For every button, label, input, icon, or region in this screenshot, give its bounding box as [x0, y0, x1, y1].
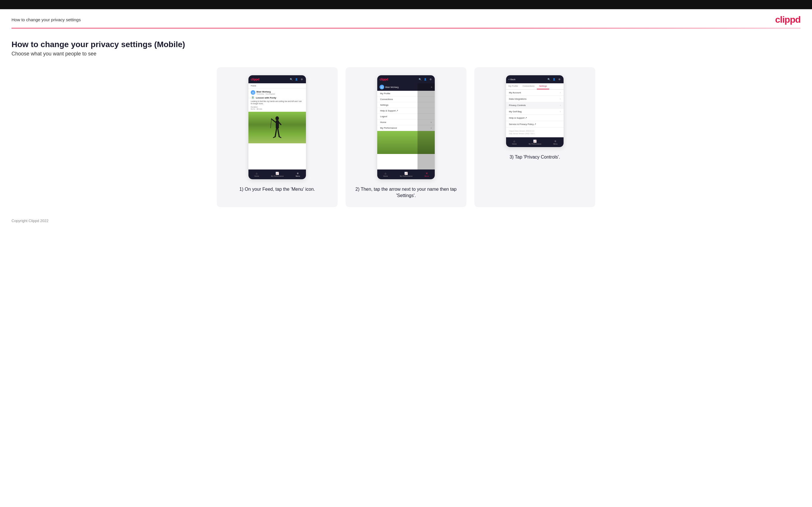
lesson-icon: 🎽	[251, 96, 255, 100]
avatar: B	[251, 90, 255, 95]
settings-icon: ⚙	[300, 77, 304, 81]
search-icon: 🔍	[289, 77, 293, 81]
feed-header: Feed	[248, 83, 306, 89]
chevron-right-icon-3: ›	[560, 104, 561, 107]
svg-point-0	[275, 116, 279, 120]
settings-item-help-support[interactable]: Help & Support ↗	[506, 115, 564, 121]
phone-mockup-2: clippd 🔍 👤 ⚙ B Blair McHarg	[377, 75, 435, 179]
person-icon-2: 👤	[423, 77, 427, 81]
svg-line-2	[271, 119, 276, 122]
chart-icon-2: 📈	[404, 172, 408, 175]
phone-nav-icons-2: 🔍 👤 ⚙	[418, 77, 433, 81]
nav-performance-1: 📈 My Performance	[271, 172, 284, 177]
phone-nav-1: clippd 🔍 👤 ⚙	[248, 75, 306, 83]
phone-logo-1: clippd	[251, 77, 259, 81]
step-3-card: < Back 🔍 👤 ⚙ My Profile Connections Sett…	[474, 67, 595, 207]
phone-body-2: B Blair McHarg ∧ My Profile Connections	[377, 83, 435, 169]
phone-mockup-1: clippd 🔍 👤 ⚙ Feed B	[248, 75, 306, 179]
settings-item-my-golf-bag[interactable]: My Golf Bag ›	[506, 109, 564, 115]
phone-nav-2: clippd 🔍 👤 ⚙	[377, 75, 435, 83]
svg-line-3	[279, 122, 281, 125]
feed-post-header: B Blair McHarg Yesterday · Sunningdale	[251, 90, 304, 95]
lesson-title: Lesson with Fordy	[256, 97, 276, 99]
svg-line-8	[279, 137, 281, 137]
tab-settings[interactable]: Settings	[537, 83, 549, 89]
phone-bottom-nav-2: ⌂ Home 📈 My Performance ✕ Menu	[377, 169, 435, 179]
feed-post: B Blair McHarg Yesterday · Sunningdale 🎽…	[248, 89, 306, 112]
lesson-row: 🎽 Lesson with Fordy	[251, 96, 304, 100]
svg-line-4	[270, 119, 271, 128]
search-icon-3: 🔍	[547, 77, 551, 81]
settings-version: Clippd Client Version: 2022.8.3-3 GQL Se…	[506, 127, 564, 137]
menu-dim-overlay	[417, 83, 435, 169]
phone-nav-icons-3: 🔍 👤 ⚙	[547, 77, 561, 81]
nav-home-3: ⌂ Home	[512, 139, 517, 145]
phone-bottom-nav-3: ⌂ Home 📈 My Performance ≡ Menu	[506, 137, 564, 147]
nav-menu-2: ✕ Menu	[424, 172, 429, 177]
step-1-caption: 1) On your Feed, tap the 'Menu' icon.	[239, 186, 315, 192]
chevron-right-icon-2: ›	[560, 98, 561, 100]
svg-line-6	[278, 128, 279, 137]
close-icon: ✕	[425, 172, 428, 175]
person-icon-3: 👤	[552, 77, 556, 81]
settings-icon-2: ⚙	[428, 77, 433, 81]
chart-icon-3: 📈	[533, 139, 537, 143]
tab-my-profile[interactable]: My Profile	[506, 83, 520, 89]
footer: Copyright Clippd 2022	[0, 213, 812, 229]
header: How to change your privacy settings clip…	[0, 9, 812, 28]
menu-icon: ≡	[297, 172, 299, 175]
nav-menu-3: ≡ Menu	[553, 139, 558, 145]
page-subtitle: Choose what you want people to see	[11, 51, 801, 57]
svg-line-5	[275, 128, 276, 137]
nav-performance-2: 📈 My Performance	[400, 172, 412, 177]
nav-menu-1: ≡ Menu	[296, 172, 300, 177]
home-icon: ⌂	[256, 172, 258, 175]
step-2-card: clippd 🔍 👤 ⚙ B Blair McHarg	[346, 67, 466, 207]
phone-logo-2: clippd	[379, 77, 388, 81]
settings-item-privacy-policy[interactable]: Service & Privacy Policy ↗	[506, 121, 564, 127]
copyright: Copyright Clippd 2022	[11, 219, 49, 223]
svg-line-7	[273, 137, 275, 137]
home-icon-3: ⌂	[513, 139, 515, 143]
feed-description: Looking to feel like my hands are exitin…	[251, 100, 304, 105]
feed-duration: Duration 01 hr : 30 min	[251, 106, 304, 110]
feed-user-name: Blair McHarg	[256, 91, 275, 93]
steps-row: clippd 🔍 👤 ⚙ Feed B	[11, 67, 801, 207]
phone-nav-icons-1: 🔍 👤 ⚙	[289, 77, 304, 81]
search-icon-2: 🔍	[418, 77, 422, 81]
person-icon: 👤	[295, 77, 299, 81]
settings-item-privacy-controls[interactable]: Privacy Controls ›	[506, 102, 564, 109]
feed-user-sub: Yesterday · Sunningdale	[256, 93, 275, 95]
step-2-caption: 2) Then, tap the arrow next to your name…	[351, 186, 461, 199]
phone-mockup-3: < Back 🔍 👤 ⚙ My Profile Connections Sett…	[506, 75, 564, 147]
nav-performance-3: 📈 My Performance	[528, 139, 541, 145]
svg-rect-1	[276, 120, 279, 128]
nav-home-1: ⌂ Home	[254, 172, 259, 177]
step-1-card: clippd 🔍 👤 ⚙ Feed B	[217, 67, 338, 207]
settings-item-my-account[interactable]: My Account ›	[506, 90, 564, 96]
chevron-right-icon: ›	[560, 91, 561, 94]
settings-item-data-integrations[interactable]: Data Integrations ›	[506, 96, 564, 102]
phone-body-1: Feed B Blair McHarg Yesterday · Sunningd…	[248, 83, 306, 169]
logo: clippd	[775, 14, 801, 25]
nav-home-2: ⌂ Home	[383, 172, 388, 177]
phone-bottom-nav-1: ⌂ Home 📈 My Performance ≡ Menu	[248, 169, 306, 179]
feed-image	[248, 112, 306, 143]
back-button: < Back	[508, 78, 515, 81]
top-bar	[0, 0, 812, 9]
step-3-caption: 3) Tap 'Privacy Controls'.	[509, 154, 560, 160]
settings-icon-3: ⚙	[557, 77, 561, 81]
home-icon-2: ⌂	[385, 172, 387, 175]
chart-icon: 📈	[275, 172, 279, 175]
chevron-right-icon-4: ›	[560, 110, 561, 113]
menu-avatar: B	[379, 85, 384, 89]
golfer-silhouette	[270, 116, 285, 142]
page-title: How to change your privacy settings (Mob…	[11, 40, 801, 49]
menu-icon-3: ≡	[555, 139, 556, 143]
settings-tabs: My Profile Connections Settings	[506, 83, 564, 90]
settings-back-bar: < Back 🔍 👤 ⚙	[506, 75, 564, 83]
tab-connections[interactable]: Connections	[520, 83, 537, 89]
main-content: How to change your privacy settings (Mob…	[0, 29, 812, 213]
breadcrumb: How to change your privacy settings	[11, 17, 81, 22]
settings-list: My Account › Data Integrations › Privacy…	[506, 90, 564, 127]
